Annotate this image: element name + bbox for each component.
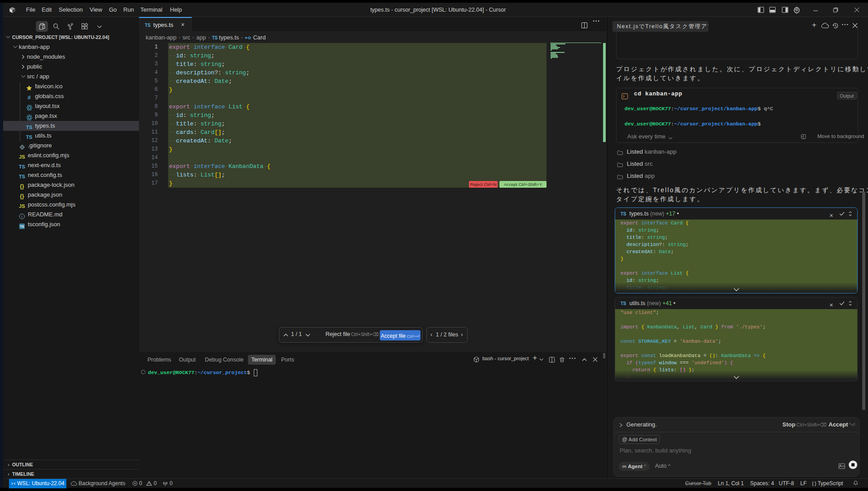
svg-text:TS: TS (20, 225, 24, 228)
